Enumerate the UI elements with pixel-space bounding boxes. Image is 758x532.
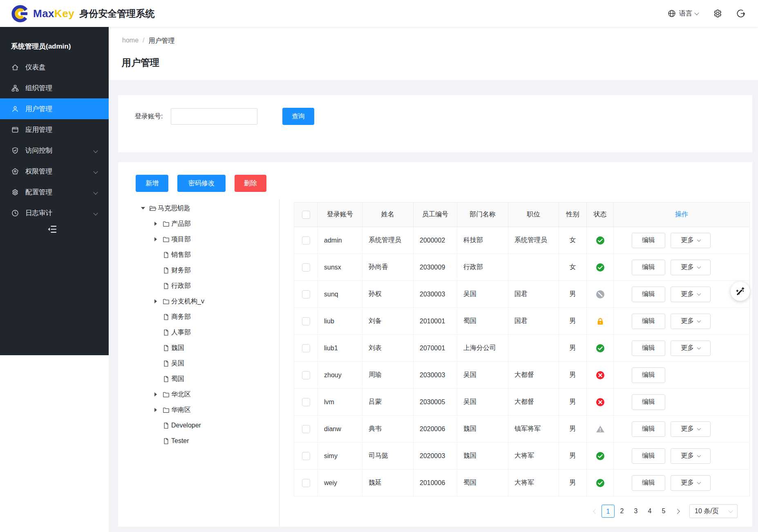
row-checkbox[interactable] [302, 452, 310, 460]
user-icon [11, 105, 19, 113]
pagination-next[interactable] [671, 510, 683, 513]
edit-button[interactable]: 编辑 [632, 394, 665, 410]
more-button[interactable]: 更多 [671, 448, 711, 464]
pagination: 12345 10 条/页 [590, 504, 738, 518]
tree-item-label: Developer [171, 422, 201, 429]
pagination-page-5[interactable]: 5 [657, 505, 670, 518]
edit-button[interactable]: 编辑 [632, 448, 665, 464]
row-checkbox[interactable] [302, 425, 310, 433]
row-checkbox[interactable] [302, 263, 310, 272]
select-all-checkbox[interactable] [302, 211, 310, 219]
sidebar-item-users[interactable]: 用户管理 [0, 98, 109, 119]
tree-item[interactable]: 财务部 [118, 263, 279, 278]
row-checkbox[interactable] [302, 479, 310, 487]
cell-status [587, 335, 614, 361]
pagination-prev[interactable] [590, 510, 601, 513]
add-user-button[interactable]: 新增 [136, 175, 168, 192]
tree-item[interactable]: 人事部 [118, 325, 279, 340]
tree-item[interactable]: 蜀国 [118, 371, 279, 387]
cell-login: lvm [318, 389, 362, 415]
language-switcher[interactable]: 语言 [667, 9, 698, 18]
cell-login: sunq [318, 281, 362, 307]
edit-button[interactable]: 编辑 [632, 260, 665, 275]
login-account-label: 登录账号: [135, 108, 163, 125]
caret-down-icon[interactable] [141, 207, 149, 209]
sidebar-item-dashboard[interactable]: 仪表盘 [0, 57, 109, 78]
more-button[interactable]: 更多 [671, 421, 711, 437]
tree-item[interactable]: 魏国 [118, 340, 279, 356]
sidebar-item-label: 应用管理 [25, 125, 52, 134]
row-checkbox[interactable] [302, 344, 310, 352]
chevron-down-icon [93, 190, 98, 194]
sidebar-item-config[interactable]: 配置管理 [0, 182, 109, 203]
row-checkbox[interactable] [302, 317, 310, 325]
sidebar-item-applications[interactable]: 应用管理 [0, 119, 109, 140]
tree-item[interactable]: Tester [118, 433, 279, 449]
more-button[interactable]: 更多 [671, 341, 711, 356]
breadcrumb-home-link[interactable]: home [122, 37, 139, 45]
change-password-button[interactable]: 密码修改 [177, 175, 226, 192]
tree-item-label: 华南区 [171, 406, 191, 414]
more-button[interactable]: 更多 [671, 475, 711, 491]
edit-button[interactable]: 编辑 [632, 341, 665, 356]
tree-item[interactable]: 商务部 [118, 309, 279, 325]
caret-right-icon[interactable] [154, 392, 162, 396]
sidebar-item-permissions[interactable]: 权限管理 [0, 161, 109, 182]
delete-button[interactable]: 删除 [235, 175, 266, 192]
tree-item[interactable]: 销售部 [118, 247, 279, 263]
more-button[interactable]: 更多 [671, 233, 711, 248]
tree-item[interactable]: 行政部 [118, 278, 279, 294]
more-button[interactable]: 更多 [671, 314, 711, 329]
theme-wand-button[interactable] [731, 282, 750, 301]
tree-item[interactable]: 吴国 [118, 356, 279, 371]
cell-gender: 男 [559, 281, 587, 307]
cell-name: 司马懿 [362, 443, 414, 469]
sidebar-item-organization[interactable]: 组织管理 [0, 78, 109, 98]
logout-icon[interactable] [736, 9, 746, 18]
tree-item[interactable]: Developer [118, 418, 279, 433]
query-button[interactable]: 查询 [282, 108, 314, 125]
sidebar-item-audit[interactable]: 日志审计 [0, 203, 109, 223]
caret-right-icon[interactable] [154, 237, 162, 241]
tree-item[interactable]: 项目部 [118, 231, 279, 247]
edit-button[interactable]: 编辑 [632, 421, 665, 437]
more-button[interactable]: 更多 [671, 260, 711, 275]
more-button-label: 更多 [681, 425, 694, 433]
page-title: 用户管理 [122, 56, 159, 69]
pagination-page-2[interactable]: 2 [615, 505, 628, 518]
chevron-down-icon [697, 426, 701, 430]
tree-item[interactable]: 华南区 [118, 402, 279, 418]
tree-item[interactable]: 产品部 [118, 216, 279, 231]
org-icon [11, 84, 19, 92]
cell-gender: 男 [559, 308, 587, 334]
edit-button[interactable]: 编辑 [632, 475, 665, 491]
edit-button[interactable]: 编辑 [632, 233, 665, 248]
file-icon [162, 422, 170, 430]
chevron-down-icon [728, 508, 733, 513]
pagination-page-1[interactable]: 1 [601, 505, 615, 518]
collapse-sidebar-icon[interactable] [47, 224, 58, 235]
sidebar-item-access[interactable]: 访问控制 [0, 140, 109, 161]
caret-right-icon[interactable] [154, 408, 162, 412]
tree-item[interactable]: 马克思钥匙 [118, 200, 279, 216]
row-checkbox[interactable] [302, 236, 310, 245]
row-checkbox[interactable] [302, 290, 310, 298]
more-button[interactable]: 更多 [671, 287, 711, 302]
tree-item[interactable]: 华北区 [118, 387, 279, 402]
settings-gear-icon[interactable] [712, 9, 722, 18]
caret-right-icon[interactable] [154, 222, 162, 226]
edit-button[interactable]: 编辑 [632, 367, 665, 383]
login-account-input[interactable] [171, 108, 257, 125]
caret-right-icon[interactable] [154, 299, 162, 303]
row-checkbox[interactable] [302, 398, 310, 406]
pagination-page-3[interactable]: 3 [629, 505, 642, 518]
page-size-select[interactable]: 10 条/页 [689, 504, 738, 518]
row-checkbox[interactable] [302, 371, 310, 379]
cell-employee-id: 2020003 [414, 443, 457, 469]
tree-item-label: 吴国 [171, 359, 184, 368]
cell-status [587, 443, 614, 469]
edit-button[interactable]: 编辑 [632, 314, 665, 329]
edit-button[interactable]: 编辑 [632, 287, 665, 302]
pagination-page-4[interactable]: 4 [643, 505, 656, 518]
tree-item[interactable]: 分支机构_v [118, 294, 279, 309]
